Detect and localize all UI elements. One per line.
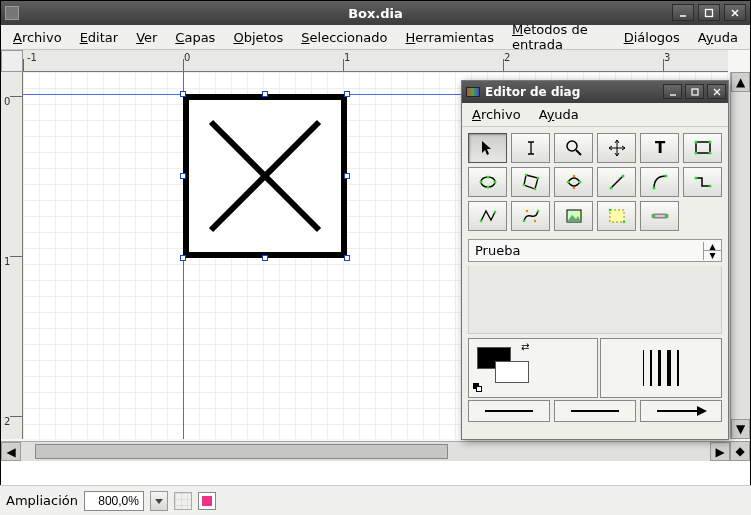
sheet-palette[interactable] xyxy=(468,266,722,334)
svg-point-56 xyxy=(664,215,667,218)
tool-magnify[interactable] xyxy=(554,133,593,163)
background-swatch[interactable] xyxy=(495,361,529,383)
svg-point-36 xyxy=(621,175,624,178)
line-style-selector[interactable] xyxy=(554,400,636,422)
tool-text-edit[interactable] xyxy=(511,133,550,163)
tool-ellipse[interactable] xyxy=(468,167,507,197)
toolbox-app-icon xyxy=(466,87,480,97)
window-titlebar: Box.dia xyxy=(1,1,750,25)
svg-line-34 xyxy=(611,176,623,188)
tool-scroll[interactable] xyxy=(597,133,636,163)
svg-point-39 xyxy=(694,177,697,180)
svg-point-38 xyxy=(664,175,667,178)
selection-handle[interactable] xyxy=(262,255,268,261)
menu-metodos[interactable]: Métodos de entrada xyxy=(512,22,606,52)
selection-handle[interactable] xyxy=(180,91,186,97)
line-width-selector[interactable] xyxy=(600,338,722,398)
menu-herramientas[interactable]: Herramientas xyxy=(405,30,494,45)
sheet-selector[interactable]: Prueba ▴▾ xyxy=(468,239,722,262)
svg-point-17 xyxy=(708,141,711,144)
toggle-object-snap-button[interactable] xyxy=(198,492,216,510)
svg-line-13 xyxy=(576,150,581,155)
svg-point-21 xyxy=(479,181,482,184)
svg-rect-8 xyxy=(692,89,698,95)
menu-capas[interactable]: Capas xyxy=(175,30,215,45)
svg-point-43 xyxy=(522,220,525,223)
menu-dialogos[interactable]: Diálogos xyxy=(624,30,680,45)
sheet-label: Prueba xyxy=(469,240,703,261)
toolbox-maximize-button[interactable] xyxy=(685,84,704,99)
selection-handle[interactable] xyxy=(344,91,350,97)
tool-extra-1[interactable] xyxy=(640,201,679,231)
horizontal-ruler[interactable]: -1 0 1 2 3 xyxy=(23,50,728,72)
svg-point-16 xyxy=(694,141,697,144)
reset-colors-icon[interactable] xyxy=(473,383,483,393)
navigator-button[interactable]: ◆ xyxy=(730,441,750,461)
ruler-corner[interactable] xyxy=(1,50,23,72)
svg-point-35 xyxy=(609,187,612,190)
tool-line[interactable] xyxy=(597,167,636,197)
toolbox-menu-ayuda[interactable]: Ayuda xyxy=(539,107,579,122)
tool-arc[interactable] xyxy=(640,167,679,197)
svg-marker-6 xyxy=(155,499,163,504)
toolbox-menu-archivo[interactable]: Archivo xyxy=(472,107,521,122)
tool-polygon[interactable] xyxy=(511,167,550,197)
horizontal-scrollbar[interactable]: ◀ ▶ xyxy=(1,441,730,461)
menu-editar[interactable]: Editar xyxy=(80,30,119,45)
tool-bezierline[interactable] xyxy=(511,201,550,231)
arrow-end-selector[interactable] xyxy=(640,400,722,422)
color-selector[interactable]: ⇄ xyxy=(468,338,598,398)
selection-handle[interactable] xyxy=(180,255,186,261)
tool-zigzagline[interactable] xyxy=(683,167,722,197)
shape-box[interactable] xyxy=(183,94,347,258)
svg-point-24 xyxy=(486,186,489,189)
menu-ayuda[interactable]: Ayuda xyxy=(698,30,738,45)
toolbox-window[interactable]: Editor de diag Archivo Ayuda T Prueba xyxy=(461,80,729,440)
toolbox-title: Editor de diag xyxy=(485,85,580,99)
window-maximize-button[interactable] xyxy=(698,4,720,21)
scroll-thumb[interactable] xyxy=(35,444,448,459)
toggle-grid-button[interactable] xyxy=(174,492,192,510)
menu-seleccionado[interactable]: Seleccionado xyxy=(301,30,387,45)
tool-image[interactable] xyxy=(554,201,593,231)
tool-grid: T xyxy=(462,127,728,237)
tool-beziergon[interactable] xyxy=(554,167,593,197)
toolbox-minimize-button[interactable] xyxy=(663,84,682,99)
selection-handle[interactable] xyxy=(344,173,350,179)
tool-outline[interactable] xyxy=(597,201,636,231)
menu-archivo[interactable]: Archivo xyxy=(13,30,62,45)
scroll-up-button[interactable]: ▲ xyxy=(731,72,750,92)
arrow-start-selector[interactable] xyxy=(468,400,550,422)
vertical-ruler[interactable]: 0 1 2 xyxy=(1,72,23,439)
svg-point-33 xyxy=(572,187,575,190)
selection-handle[interactable] xyxy=(262,91,268,97)
zoom-dropdown-button[interactable] xyxy=(150,491,168,511)
sheet-spinner[interactable]: ▴▾ xyxy=(703,242,721,260)
svg-point-32 xyxy=(572,175,575,178)
scroll-right-button[interactable]: ▶ xyxy=(710,442,730,461)
toolbox-close-button[interactable] xyxy=(707,84,726,99)
window-minimize-button[interactable] xyxy=(672,4,694,21)
tool-box[interactable] xyxy=(683,133,722,163)
scroll-down-button[interactable]: ▼ xyxy=(731,419,750,439)
toolbox-titlebar[interactable]: Editor de diag xyxy=(462,81,728,103)
hruler-label: 2 xyxy=(504,52,510,63)
menu-objetos[interactable]: Objetos xyxy=(233,30,283,45)
selection-handle[interactable] xyxy=(180,173,186,179)
svg-rect-1 xyxy=(706,9,713,16)
zoom-label: Ampliación xyxy=(6,493,78,508)
svg-point-52 xyxy=(622,221,625,224)
swap-colors-icon[interactable]: ⇄ xyxy=(521,341,529,352)
zoom-input[interactable] xyxy=(84,491,144,511)
svg-point-18 xyxy=(694,152,697,155)
tool-polyline[interactable] xyxy=(468,201,507,231)
scroll-left-button[interactable]: ◀ xyxy=(1,442,21,461)
vertical-scrollbar[interactable]: ▲ ▼ xyxy=(730,72,750,439)
menu-ver[interactable]: Ver xyxy=(136,30,157,45)
selection-handle[interactable] xyxy=(344,255,350,261)
svg-point-29 xyxy=(522,184,525,187)
tool-pointer[interactable] xyxy=(468,133,507,163)
window-close-button[interactable] xyxy=(724,4,746,21)
svg-point-31 xyxy=(578,181,581,184)
tool-text[interactable]: T xyxy=(640,133,679,163)
